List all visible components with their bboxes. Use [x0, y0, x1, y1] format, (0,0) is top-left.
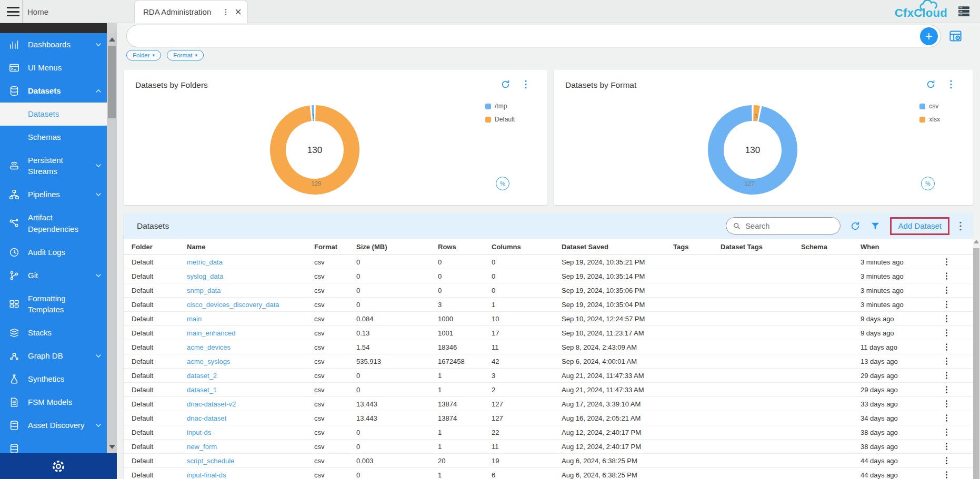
settings-gear-icon[interactable] — [51, 458, 66, 474]
row-kebab-icon[interactable] — [945, 258, 948, 266]
add-dataset-button[interactable]: Add Dataset — [898, 221, 942, 230]
row-kebab-icon[interactable] — [945, 428, 948, 436]
dataset-link[interactable]: input-ds — [187, 429, 211, 436]
table-clock-icon[interactable] — [948, 29, 963, 43]
sidebar-item-synthetics[interactable]: Synthetics — [0, 368, 107, 391]
dataset-link[interactable]: input-final-ds — [187, 471, 226, 479]
sidebar-item-schemas[interactable]: Schemas — [0, 126, 107, 149]
cell-format: csv — [314, 457, 356, 465]
sidebar-item-partial[interactable] — [0, 437, 107, 453]
percent-toggle[interactable]: % — [921, 177, 935, 190]
sidebar-item-dashboards[interactable]: Dashboards — [0, 33, 107, 56]
legend-item-xlsx[interactable]: xlsx — [919, 116, 940, 123]
legend-item-default[interactable]: Default — [485, 116, 515, 123]
dataset-link[interactable]: dataset_2 — [187, 372, 217, 380]
row-kebab-icon[interactable] — [945, 286, 948, 294]
row-kebab-icon[interactable] — [945, 456, 948, 465]
table-row: Defaultnew_formcsv0111Aug 12, 2024, 2:40… — [124, 440, 973, 454]
dataset-link[interactable]: acme_syslogs — [187, 358, 230, 365]
row-kebab-icon[interactable] — [945, 343, 948, 351]
dataset-link[interactable]: snmp_data — [187, 287, 221, 294]
tab-kebab-icon[interactable] — [222, 7, 230, 17]
sidebar-scrollbar-thumb[interactable] — [108, 46, 116, 118]
tab-close-icon[interactable] — [234, 8, 242, 16]
column-header-dataset-saved[interactable]: Dataset Saved — [562, 243, 673, 251]
tab-rda-administration[interactable]: RDA Administration — [134, 0, 248, 23]
panel-kebab-icon[interactable] — [959, 221, 962, 231]
dataset-link[interactable]: dataset_1 — [187, 386, 217, 394]
scroll-down-icon[interactable] — [109, 445, 115, 449]
dataset-link[interactable]: syslog_data — [187, 272, 223, 280]
sidebar-item-datasets[interactable]: Datasets — [0, 79, 107, 103]
percent-toggle[interactable]: % — [496, 177, 509, 190]
dataset-link[interactable]: script_schedule — [187, 457, 234, 465]
column-header-name[interactable]: Name — [187, 243, 314, 251]
row-kebab-icon[interactable] — [945, 471, 948, 479]
column-header-columns[interactable]: Columns — [492, 243, 562, 251]
sidebar-item-fsm-models[interactable]: FSM Models — [0, 391, 107, 414]
row-kebab-icon[interactable] — [945, 442, 948, 451]
dataset-link[interactable]: new_form — [187, 443, 217, 451]
table-scrollbar[interactable] — [973, 237, 980, 479]
scroll-up-icon[interactable] — [974, 240, 979, 243]
column-header-when[interactable]: When — [861, 243, 939, 251]
row-kebab-icon[interactable] — [945, 314, 948, 323]
column-header-folder[interactable]: Folder — [132, 243, 187, 251]
sidebar-item-graph-db[interactable]: Graph DB — [0, 344, 107, 368]
sidebar-item-asset-discovery[interactable]: Asset Discovery — [0, 414, 107, 437]
dataset-link[interactable]: main — [187, 315, 202, 323]
legend-item-csv[interactable]: csv — [919, 103, 940, 110]
legend-item-tmp[interactable]: /tmp — [485, 103, 515, 110]
column-header-tags[interactable]: Tags — [673, 243, 721, 251]
filter-funnel-icon[interactable] — [870, 221, 881, 231]
sidebar-item-audit-logs[interactable]: Audit Logs — [0, 241, 107, 264]
sidebar-item-ui-menus[interactable]: UI Menus — [0, 56, 107, 79]
sidebar-item-stacks[interactable]: Stacks — [0, 321, 107, 344]
chevron-up-icon[interactable] — [94, 87, 103, 95]
column-header-rows[interactable]: Rows — [438, 243, 492, 251]
column-header-format[interactable]: Format — [314, 243, 356, 251]
row-kebab-icon[interactable] — [945, 385, 948, 394]
sidebar-settings-footer[interactable] — [0, 453, 117, 479]
scroll-up-icon[interactable] — [109, 37, 115, 42]
column-header-size-mb[interactable]: Size (MB) — [356, 243, 438, 251]
row-kebab-icon[interactable] — [945, 400, 948, 408]
add-plus-button[interactable] — [920, 27, 938, 45]
dataset-link[interactable]: metric_data — [187, 258, 223, 266]
dataset-link[interactable]: acme_devices — [187, 343, 231, 351]
row-kebab-icon[interactable] — [945, 272, 948, 280]
column-header-schema[interactable]: Schema — [801, 243, 861, 251]
sidebar-item-artifact-dependencies[interactable]: Artifact Dependencies — [0, 206, 107, 241]
server-stack-icon[interactable] — [957, 5, 971, 18]
dataset-link[interactable]: cisco_devices_discovery_data — [187, 301, 279, 309]
row-kebab-icon[interactable] — [945, 300, 948, 309]
chevron-down-icon[interactable] — [94, 161, 103, 170]
chevron-down-icon[interactable] — [94, 190, 103, 199]
menu-icon[interactable] — [7, 7, 19, 16]
datasets-search-input[interactable] — [745, 222, 829, 230]
sidebar-item-formatting-templates[interactable]: Formatting Templates — [0, 287, 107, 322]
dataset-link[interactable]: main_enhanced — [187, 329, 236, 337]
row-kebab-icon[interactable] — [945, 414, 948, 422]
chevron-down-icon[interactable] — [94, 352, 103, 360]
sidebar-item-datasets[interactable]: Datasets — [0, 103, 107, 126]
global-search-input[interactable] — [136, 27, 905, 45]
sidebar-scrollbar[interactable] — [107, 33, 117, 453]
table-scrollbar-thumb[interactable] — [973, 248, 979, 479]
filter-chip-folder[interactable]: Folder▾ — [126, 50, 161, 60]
chevron-down-icon[interactable] — [94, 40, 103, 49]
dataset-link[interactable]: dnac-dataset-v2 — [187, 400, 236, 408]
column-header-dataset-tags[interactable]: Dataset Tags — [721, 243, 801, 251]
row-kebab-icon[interactable] — [945, 357, 948, 365]
filter-chip-format[interactable]: Format▾ — [167, 50, 204, 60]
chevron-down-icon[interactable] — [94, 271, 103, 280]
sidebar-item-persistent-streams[interactable]: Persistent Streams — [0, 149, 107, 184]
refresh-icon[interactable] — [850, 221, 861, 231]
tab-home[interactable]: Home — [27, 0, 48, 23]
row-kebab-icon[interactable] — [945, 329, 948, 337]
sidebar-item-pipelines[interactable]: Pipelines — [0, 183, 107, 206]
chevron-down-icon[interactable] — [94, 421, 103, 430]
dataset-link[interactable]: dnac-dataset — [187, 414, 226, 422]
sidebar-item-git[interactable]: Git — [0, 264, 107, 287]
row-kebab-icon[interactable] — [945, 371, 948, 380]
